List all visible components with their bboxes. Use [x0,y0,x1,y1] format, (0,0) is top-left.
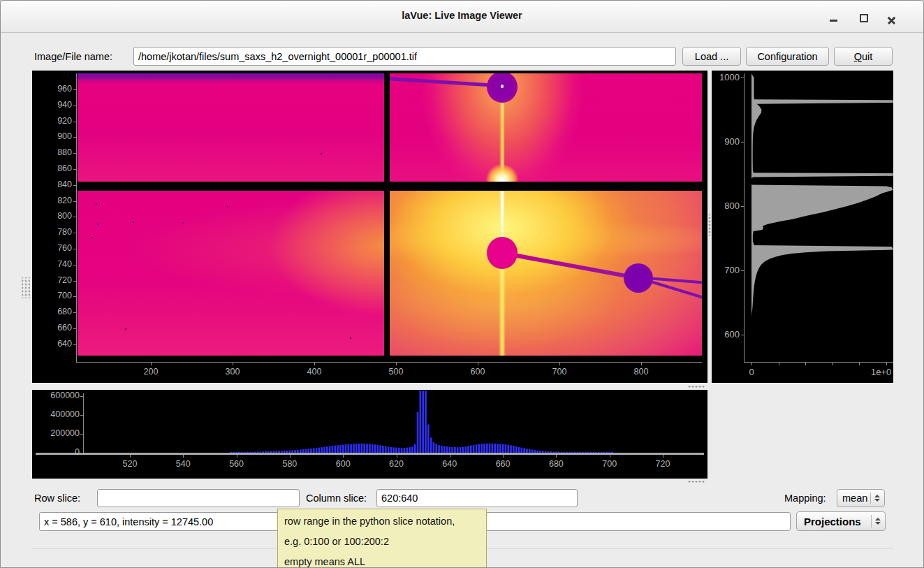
load-button[interactable]: Load ... [682,47,741,66]
axis-tick-mark [556,455,557,458]
axis-tick-label: 660 [32,323,72,333]
axis-tick-mark [478,363,478,365]
minimize-button[interactable] [826,10,842,24]
axis-tick-mark [741,335,744,335]
axis-tick-mark [73,137,76,138]
axis-tick-mark [610,455,610,458]
axis-tick-label: 760 [32,243,72,253]
histogram-bar [502,444,504,453]
detector-module-bottom-left [78,191,384,356]
axis-tick-label: 880 [32,147,72,157]
axis-tick-label: 800 [32,211,72,221]
histogram-bar [358,444,360,453]
configuration-button[interactable]: Configuration [746,47,829,66]
projections-value: Projections [797,516,871,527]
axis-tick-mark [73,105,76,106]
mapping-combobox[interactable]: mean [837,489,885,507]
beamstop-disc-center [487,237,518,269]
axis-tick-mark [641,363,642,365]
histogram-bar [350,444,352,453]
axis-tick-mark [80,396,83,397]
histogram-bar [441,446,443,453]
maximize-button[interactable] [856,10,871,24]
histogram-bar [513,446,515,453]
close-button[interactable] [883,10,899,24]
axis-tick-mark [73,312,76,313]
column-intensity-histogram[interactable]: 6000004000002000000520540560580600620640… [32,390,707,479]
axis-tick-label: 200000 [34,428,80,438]
histogram-bar [422,391,424,453]
histogram-bar [404,448,406,453]
axis-tick-label: 640 [436,459,464,469]
histogram-bar [497,444,499,453]
splitter-handle-center[interactable] [707,214,712,235]
app-window: laVue: Live Image Viewer Image/File name… [0,0,924,568]
axis-tick-mark [73,296,76,297]
axis-tick-mark [741,206,744,207]
detector-module-top-left [78,73,384,182]
axis-tick-label: 700 [596,459,624,469]
histogram-bar [390,447,393,453]
histogram-bar [464,446,467,453]
row-slice-input[interactable] [97,489,300,507]
histogram-bar [473,445,475,453]
axis-tick-label: 800 [712,201,740,211]
histogram-bar [478,444,481,453]
splitter-handle-top[interactable] [688,384,705,389]
histogram-bar [457,447,459,453]
histogram-bar [372,444,374,453]
histogram-bar [420,391,422,453]
axis-tick-mark [805,363,806,365]
main-y-axis [76,73,77,363]
splitter-handle-bottom[interactable] [688,479,705,484]
axis-tick-label: 780 [32,227,72,237]
histogram-bar [401,448,403,453]
axis-tick-mark [73,281,76,282]
minimize-icon [830,20,837,22]
histogram-bar [481,444,483,453]
axis-tick-mark [343,455,344,458]
axis-tick-label: 900 [32,131,72,141]
tooltip-line: e.g. 0:100 or 100:200:2 [284,532,480,552]
histogram-bar [467,446,469,453]
row-intensity-histogram[interactable]: 600700800900100001e+0 [712,71,893,383]
axis-tick-label: 920 [32,116,72,126]
axis-tick-label: 720 [32,275,72,285]
histogram-bar [449,447,451,453]
maximize-icon [860,14,868,22]
axis-tick-label: 500 [382,367,410,377]
column-slice-input[interactable]: 620:640 [376,489,578,507]
histogram-bar [499,444,501,453]
histogram-bar [489,444,491,453]
histogram-bar [433,442,435,453]
beamstop-arm [501,251,640,280]
axis-tick-label: 720 [649,459,677,469]
quit-button[interactable]: Quit [834,47,893,66]
axis-tick-label: 600000 [34,391,80,400]
histogram-bar [326,446,328,453]
axis-tick-mark [73,265,76,265]
axis-tick-mark [80,434,83,435]
histogram-bar [339,445,342,453]
axis-tick-mark [80,453,83,453]
file-name-input[interactable]: /home/jkotan/files/sum_saxs_h2_overnight… [133,47,676,66]
histogram-bar [521,448,523,453]
axis-tick-mark [741,270,744,271]
histogram-bar [411,446,413,453]
histogram-bar [374,444,376,453]
axis-tick-mark [450,455,450,458]
window-title: laVue: Live Image Viewer [1,10,923,21]
axis-tick-label: 680 [32,307,72,316]
histogram-bar [318,448,321,453]
projections-combobox[interactable]: Projections [796,511,886,531]
main-image-plot[interactable]: 6406606807007207407607808008208408608809… [32,71,707,383]
axis-tick-label: 580 [276,459,304,469]
axis-tick-label: 400 [300,367,328,377]
mapping-label: Mapping: [784,493,826,504]
splitter-handle-left[interactable] [22,277,30,298]
axis-tick-label: 960 [32,84,72,94]
detector-module-top-right [390,73,702,182]
axis-tick-label: 600 [329,459,357,469]
axis-tick-mark [886,363,887,365]
axis-tick-label: 860 [32,163,72,173]
